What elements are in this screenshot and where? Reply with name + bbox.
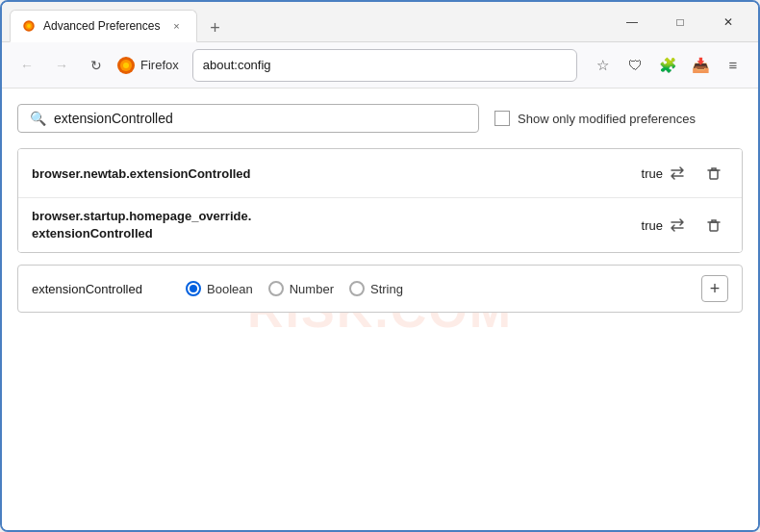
table-row[interactable]: browser.newtab.extensionControlled true xyxy=(18,149,742,198)
swap-arrows-icon xyxy=(669,165,686,182)
new-pref-row: extensionControlled Boolean Number Strin… xyxy=(17,265,743,313)
title-bar: Advanced Preferences × + — □ ✕ xyxy=(2,2,758,42)
url-text: about:config xyxy=(203,58,567,72)
close-button[interactable]: ✕ xyxy=(706,7,750,38)
search-input-wrap[interactable]: 🔍 xyxy=(17,104,479,133)
downloads-icon[interactable]: 📥 xyxy=(685,50,716,81)
table-row[interactable]: browser.startup.homepage_override. exten… xyxy=(18,198,742,252)
delete-icon[interactable] xyxy=(699,159,728,188)
window-controls: — □ ✕ xyxy=(610,7,750,38)
content-area: RISK.COM 🔍 Show only modified preference… xyxy=(2,89,758,530)
tab-strip: Advanced Preferences × + xyxy=(10,2,606,41)
address-bar[interactable]: about:config xyxy=(192,49,577,82)
toggle-icon[interactable] xyxy=(663,211,692,240)
swap-arrows-icon xyxy=(669,216,686,234)
search-input[interactable] xyxy=(54,111,467,126)
tab-title: Advanced Preferences xyxy=(43,19,160,33)
add-preference-button[interactable]: + xyxy=(701,275,728,302)
shield-icon[interactable]: 🛡 xyxy=(620,50,650,81)
pref-name: browser.startup.homepage_override. exten… xyxy=(32,208,630,242)
type-radio-group: Boolean Number String xyxy=(186,281,682,296)
new-tab-button[interactable]: + xyxy=(201,14,228,41)
show-modified-container[interactable]: Show only modified preferences xyxy=(494,111,696,126)
svg-point-2 xyxy=(27,24,31,28)
active-tab[interactable]: Advanced Preferences × xyxy=(10,10,197,42)
search-container: 🔍 Show only modified preferences xyxy=(17,104,743,133)
nav-bar: ← → ↻ Firefox about:config ☆ 🛡 🧩 📥 ≡ xyxy=(2,42,758,89)
firefox-label: Firefox xyxy=(140,58,179,72)
pref-value: true xyxy=(630,166,663,181)
new-pref-name: extensionControlled xyxy=(32,282,166,296)
search-icon: 🔍 xyxy=(30,111,46,126)
tab-favicon-icon xyxy=(22,19,36,33)
back-button[interactable]: ← xyxy=(12,50,42,81)
pref-name-line2: extensionControlled xyxy=(32,225,630,242)
show-modified-checkbox[interactable] xyxy=(494,111,510,126)
trash-icon xyxy=(705,216,722,234)
row-actions xyxy=(663,159,728,188)
pref-name-line1: browser.startup.homepage_override. xyxy=(32,208,630,225)
toolbar-icons: ☆ 🛡 🧩 📥 ≡ xyxy=(587,50,748,81)
tab-close-button[interactable]: × xyxy=(167,17,185,35)
radio-string[interactable]: String xyxy=(349,281,403,296)
radio-number-label: Number xyxy=(290,282,334,296)
trash-icon xyxy=(705,165,722,182)
radio-string-circle xyxy=(349,281,365,296)
toggle-icon[interactable] xyxy=(663,159,692,188)
browser-window: Advanced Preferences × + — □ ✕ ← → ↻ Fir… xyxy=(0,0,760,532)
bookmark-icon[interactable]: ☆ xyxy=(587,50,618,81)
radio-boolean-circle xyxy=(186,281,201,296)
extension-icon[interactable]: 🧩 xyxy=(652,50,683,81)
svg-point-5 xyxy=(123,63,129,68)
row-actions xyxy=(663,211,728,240)
show-modified-label: Show only modified preferences xyxy=(518,112,696,126)
delete-icon[interactable] xyxy=(699,211,728,240)
radio-string-label: String xyxy=(370,282,403,296)
minimize-button[interactable]: — xyxy=(610,7,654,38)
maximize-button[interactable]: □ xyxy=(658,7,702,38)
radio-number[interactable]: Number xyxy=(268,281,334,296)
reload-button[interactable]: ↻ xyxy=(81,50,112,81)
radio-boolean[interactable]: Boolean xyxy=(186,281,253,296)
radio-boolean-label: Boolean xyxy=(207,282,253,296)
menu-icon[interactable]: ≡ xyxy=(718,50,748,81)
radio-number-circle xyxy=(268,281,284,296)
forward-button[interactable]: → xyxy=(46,50,77,81)
firefox-logo-icon xyxy=(115,55,137,76)
svg-rect-7 xyxy=(710,222,718,231)
pref-name: browser.newtab.extensionControlled xyxy=(32,166,630,181)
pref-value: true xyxy=(630,218,663,233)
results-table: browser.newtab.extensionControlled true xyxy=(17,148,743,253)
svg-rect-6 xyxy=(710,170,718,179)
